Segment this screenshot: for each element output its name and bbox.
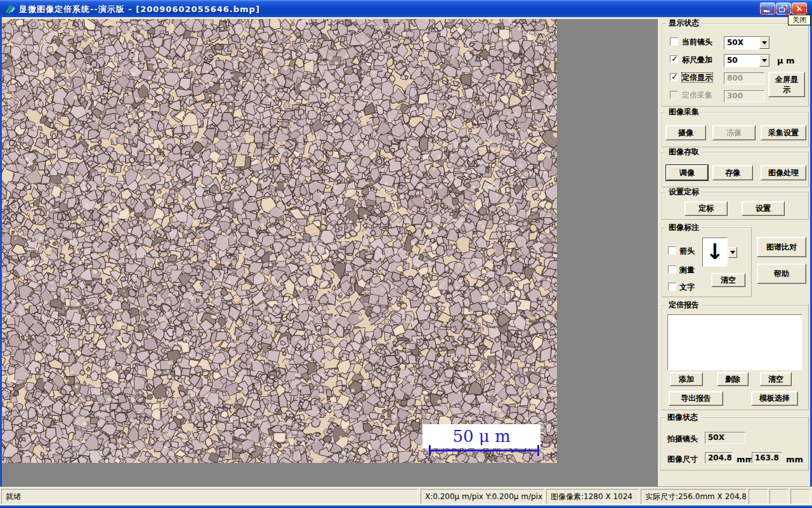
checkbox-current-lens[interactable] bbox=[670, 37, 678, 46]
settings-button[interactable]: 设置 bbox=[742, 201, 785, 216]
label-text: 文字 bbox=[679, 283, 695, 291]
combo-current-lens[interactable]: 50X bbox=[724, 36, 770, 50]
label-fixed-capture: 定倍采集 bbox=[682, 91, 712, 100]
lens-value-field: 50X bbox=[705, 432, 745, 444]
app-icon bbox=[5, 3, 16, 14]
clear-report-button[interactable]: 清空 bbox=[760, 372, 792, 386]
label-fixed-display: 定倍显示 bbox=[682, 73, 712, 82]
group-image-status: 图像状态 拍摄镜头 50X 图像尺寸 204.8 mm 163.8 mm bbox=[660, 417, 809, 471]
group-title: 图像存取 bbox=[666, 147, 702, 157]
label-arrow: 箭头 bbox=[679, 246, 695, 255]
minimize-icon bbox=[764, 10, 769, 12]
chevron-down-icon bbox=[730, 251, 735, 254]
group-title: 设置定标 bbox=[666, 187, 702, 197]
app-window: 显微图像定倍系统--演示版 - [20090602055646.bmp] × 关… bbox=[0, 0, 812, 508]
frame-edge bbox=[0, 505, 812, 508]
arrow-style-selector[interactable]: ↓ bbox=[702, 237, 728, 267]
group-title: 图像标注 bbox=[666, 223, 702, 232]
input-fixed-display: 800 bbox=[724, 72, 764, 84]
height-unit-label: mm bbox=[786, 455, 803, 464]
status-spare-1 bbox=[749, 489, 768, 504]
group-annotation: 图像标注 箭头 测量 文字 ↓ 清空 bbox=[662, 227, 752, 297]
group-title: 图像状态 bbox=[665, 413, 700, 422]
save-image-button[interactable]: 存像 bbox=[712, 165, 753, 180]
checkbox-fixed-display[interactable] bbox=[670, 73, 678, 81]
checkbox-measure[interactable] bbox=[668, 265, 676, 274]
help-button[interactable]: 帮助 bbox=[757, 264, 806, 284]
freeze-button: 冻像 bbox=[712, 125, 756, 140]
capture-settings-button[interactable]: 采集设置 bbox=[761, 125, 806, 140]
add-button[interactable]: 添加 bbox=[670, 372, 703, 386]
group-capture: 图像采集 摄像 冻像 采集设置 bbox=[662, 112, 809, 147]
scale-bar-tick-left bbox=[429, 445, 431, 456]
checkbox-text[interactable] bbox=[668, 283, 676, 291]
scale-bar-line bbox=[429, 450, 539, 451]
label-image-size: 图像尺寸 bbox=[667, 455, 698, 464]
calibrate-button[interactable]: 定标 bbox=[684, 201, 728, 216]
minimize-button[interactable] bbox=[760, 3, 775, 15]
checkbox-fixed-capture bbox=[670, 91, 678, 99]
group-storage: 图像存取 调像 存像 图像处理 bbox=[662, 152, 809, 187]
label-current-lens: 当前镜头 bbox=[682, 37, 712, 46]
image-viewport: 50 μ m bbox=[2, 19, 658, 486]
close-button[interactable]: × bbox=[792, 3, 807, 15]
scale-bar-label: 50 μ m bbox=[422, 424, 540, 448]
scale-bar-tick-right bbox=[537, 445, 539, 456]
image-height-field: 163.8 bbox=[752, 452, 782, 464]
status-pixel-scale: X:0.200μ m/pix Y:0.200μ m/pix bbox=[421, 489, 544, 504]
restore-button[interactable] bbox=[776, 3, 791, 15]
label-measure: 测量 bbox=[679, 265, 695, 274]
title-bar: 显微图像定倍系统--演示版 - [20090602055646.bmp] × bbox=[0, 0, 812, 17]
checkbox-scale-overlay[interactable] bbox=[670, 55, 678, 64]
combo-scale-value[interactable]: 50 bbox=[724, 54, 770, 67]
load-image-button[interactable]: 调像 bbox=[666, 165, 708, 180]
fullscreen-button[interactable]: 全屏显示 bbox=[768, 72, 805, 97]
status-image-pixels: 图像像素:1280 X 1024 bbox=[546, 489, 639, 504]
input-fixed-capture: 300 bbox=[724, 90, 764, 102]
down-arrow-icon: ↓ bbox=[706, 239, 724, 264]
status-actual-size: 实际尺寸:256.0mm X 204.8mm bbox=[641, 489, 747, 504]
arrow-style-dropdown-button[interactable] bbox=[728, 247, 737, 258]
chevron-down-icon[interactable] bbox=[759, 37, 769, 49]
scale-bar-text: 50 μ m bbox=[452, 427, 510, 446]
unit-label: μ m bbox=[777, 56, 795, 65]
image-width-field: 204.8 bbox=[705, 452, 733, 464]
label-scale-overlay: 标尺叠加 bbox=[682, 55, 712, 64]
status-spare-3 bbox=[790, 489, 810, 504]
image-processing-button[interactable]: 图像处理 bbox=[761, 165, 806, 180]
close-tooltip: 关闭 bbox=[788, 15, 811, 25]
delete-button[interactable]: 删除 bbox=[717, 372, 749, 386]
window-title: 显微图像定倍系统--演示版 - [20090602055646.bmp] bbox=[19, 4, 260, 15]
atlas-compare-button[interactable]: 图谱比对 bbox=[757, 237, 806, 257]
group-title: 图像采集 bbox=[666, 107, 702, 117]
clear-annotation-button[interactable]: 清空 bbox=[711, 273, 745, 287]
chevron-down-icon[interactable] bbox=[759, 55, 769, 67]
report-list[interactable] bbox=[667, 314, 802, 370]
group-report: 定倍报告 添加 删除 清空 导出报告 模板选择 bbox=[662, 305, 809, 410]
status-spare-2 bbox=[769, 489, 789, 504]
close-icon: × bbox=[792, 3, 806, 14]
template-select-button[interactable]: 模板选择 bbox=[751, 391, 798, 406]
group-display-status: 显示状态 当前镜头 50X 标尺叠加 50 μ m 定倍显示 800 定倍采集 … bbox=[662, 23, 809, 107]
label-lens: 拍摄镜头 bbox=[667, 434, 698, 443]
micrograph-image[interactable] bbox=[2, 19, 557, 463]
checkbox-arrow[interactable] bbox=[668, 246, 676, 255]
group-calibration: 设置定标 定标 设置 bbox=[662, 192, 809, 220]
capture-button[interactable]: 摄像 bbox=[665, 125, 706, 140]
control-panel: 显示状态 当前镜头 50X 标尺叠加 50 μ m 定倍显示 800 定倍采集 … bbox=[658, 17, 810, 486]
status-bar: 就绪 X:0.200μ m/pix Y:0.200μ m/pix 图像像素:12… bbox=[0, 486, 812, 505]
group-title: 定倍报告 bbox=[666, 300, 702, 310]
export-report-button[interactable]: 导出报告 bbox=[669, 391, 723, 406]
group-title: 显示状态 bbox=[666, 18, 702, 28]
status-ready: 就绪 bbox=[1, 489, 418, 504]
